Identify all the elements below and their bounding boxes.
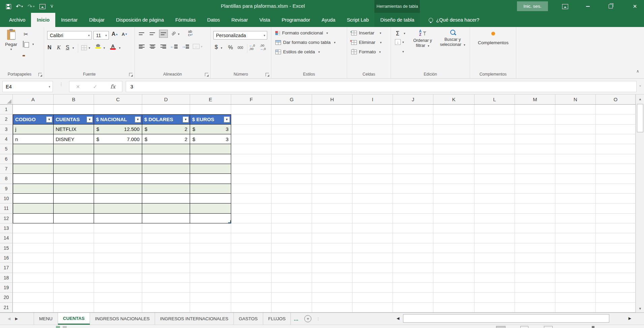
cell-J17[interactable] <box>393 263 433 273</box>
cell-H14[interactable] <box>312 233 352 243</box>
ribbon-tab-archivo[interactable]: Archivo <box>3 13 31 27</box>
cell-L14[interactable] <box>474 233 515 243</box>
cell-M4[interactable] <box>515 134 555 144</box>
cell-F13[interactable] <box>231 223 272 233</box>
cell-C2[interactable]: $ NACIONAL▼ <box>94 114 142 124</box>
cell-J19[interactable] <box>393 283 433 293</box>
cell-J21[interactable] <box>393 303 433 312</box>
cell-N19[interactable] <box>555 283 596 293</box>
italic-button[interactable]: K <box>57 45 61 51</box>
cell-M12[interactable] <box>515 214 555 223</box>
row-header-14[interactable]: 14 <box>0 233 13 243</box>
sheet-tab-cuentas[interactable]: CUENTAS <box>58 313 90 325</box>
ribbon-tab-programador[interactable]: Programador <box>276 13 316 27</box>
cell-E10[interactable] <box>190 194 231 203</box>
increase-font-size-button[interactable]: A▲ <box>112 31 118 37</box>
cell-F20[interactable] <box>231 293 272 302</box>
cell-I9[interactable] <box>352 184 393 194</box>
cut-icon[interactable]: ✂ <box>24 31 28 37</box>
paste-button[interactable]: Pegar ▾ <box>3 30 19 52</box>
cell-L4[interactable] <box>474 134 515 144</box>
row-header-7[interactable]: 7 <box>0 164 13 174</box>
row-header-11[interactable]: 11 <box>0 203 13 213</box>
row-header-8[interactable]: 8 <box>0 174 13 184</box>
filter-button-DOLARES[interactable]: ▼ <box>183 116 189 122</box>
fill-color-icon[interactable] <box>95 44 101 49</box>
cell-N15[interactable] <box>555 243 596 253</box>
cell-C18[interactable] <box>94 273 142 283</box>
view-normal-button[interactable] <box>496 326 505 328</box>
ribbon-tab-script-lab[interactable]: Script Lab <box>341 13 374 27</box>
cell-B18[interactable] <box>54 273 94 283</box>
cell-I4[interactable] <box>352 134 393 144</box>
cell-B10[interactable] <box>54 194 94 203</box>
cell-B7[interactable] <box>54 164 94 174</box>
orientation-dropdown[interactable]: ▾ <box>178 32 180 36</box>
view-page-break-button[interactable] <box>544 326 553 328</box>
undo-icon[interactable]: ↶▾ <box>16 3 23 10</box>
cell-K11[interactable] <box>433 203 474 213</box>
orientation-icon[interactable]: ab <box>170 30 177 36</box>
fill-color-dropdown[interactable]: ▾ <box>103 46 105 50</box>
sheet-tab-menu[interactable]: MENU <box>34 313 58 325</box>
cell-B16[interactable] <box>54 253 94 263</box>
redo-icon[interactable]: ↷▾ <box>28 3 35 10</box>
clear-dropdown[interactable]: ▾ <box>402 50 404 53</box>
ribbon-tab-inicio[interactable]: Inicio <box>31 13 55 27</box>
portapapeles-dialog-launcher[interactable] <box>38 73 42 76</box>
cell-G10[interactable] <box>272 194 312 203</box>
cell-I12[interactable] <box>352 214 393 223</box>
row-header-20[interactable]: 20 <box>0 293 13 302</box>
cell-J9[interactable] <box>393 184 433 194</box>
cell-H20[interactable] <box>312 293 352 302</box>
cell-K8[interactable] <box>433 174 474 184</box>
ribbon-tab-dise-o-de-tabla[interactable]: Diseño de tabla <box>374 13 420 27</box>
cell-M16[interactable] <box>515 253 555 263</box>
cell-O12[interactable] <box>596 214 636 223</box>
cell-B13[interactable] <box>54 223 94 233</box>
cell-I15[interactable] <box>352 243 393 253</box>
cell-B19[interactable] <box>54 283 94 293</box>
cell-F5[interactable] <box>231 144 272 154</box>
name-box[interactable]: E4 ▾ <box>2 81 53 92</box>
ribbon-tab-f-rmulas[interactable]: Fórmulas <box>170 13 201 27</box>
scroll-down-button[interactable]: ▼ <box>636 304 644 312</box>
cell-G16[interactable] <box>272 253 312 263</box>
cell-J3[interactable] <box>393 125 433 134</box>
cell-J2[interactable] <box>393 114 433 124</box>
cell-K13[interactable] <box>433 223 474 233</box>
cell-O4[interactable] <box>596 134 636 144</box>
cell-F14[interactable] <box>231 233 272 243</box>
cell-I19[interactable] <box>352 283 393 293</box>
cell-E18[interactable] <box>190 273 231 283</box>
column-header-M[interactable]: M <box>515 94 555 104</box>
merge-center-dropdown[interactable]: ▾ <box>201 45 203 48</box>
currency-format-button[interactable]: $ <box>215 44 218 51</box>
cell-J8[interactable] <box>393 174 433 184</box>
vertical-scrollbar[interactable]: ▲ ▼ <box>636 94 644 314</box>
cell-E20[interactable] <box>190 293 231 302</box>
cell-L3[interactable] <box>474 125 515 134</box>
cell-I5[interactable] <box>352 144 393 154</box>
cell-O10[interactable] <box>596 194 636 203</box>
cell-D15[interactable] <box>142 243 190 253</box>
cell-K7[interactable] <box>433 164 474 174</box>
row-header-6[interactable]: 6 <box>0 154 13 164</box>
cell-A16[interactable] <box>13 253 54 263</box>
cell-H18[interactable] <box>312 273 352 283</box>
cell-A17[interactable] <box>13 263 54 273</box>
cell-E4[interactable]: $3 <box>190 134 231 144</box>
cell-D19[interactable] <box>142 283 190 293</box>
cell-G12[interactable] <box>272 214 312 223</box>
cell-B6[interactable] <box>54 154 94 164</box>
fuente-dialog-launcher[interactable] <box>129 73 132 76</box>
cell-G18[interactable] <box>272 273 312 283</box>
cell-G13[interactable] <box>272 223 312 233</box>
cell-B5[interactable] <box>54 144 94 154</box>
ribbon-tab-ayuda[interactable]: Ayuda <box>316 13 341 27</box>
cell-N18[interactable] <box>555 273 596 283</box>
cell-M21[interactable] <box>515 303 555 312</box>
cell-J18[interactable] <box>393 273 433 283</box>
collapse-ribbon-icon[interactable]: ∧ <box>636 69 639 74</box>
ribbon-display-options-button[interactable] <box>558 0 573 13</box>
